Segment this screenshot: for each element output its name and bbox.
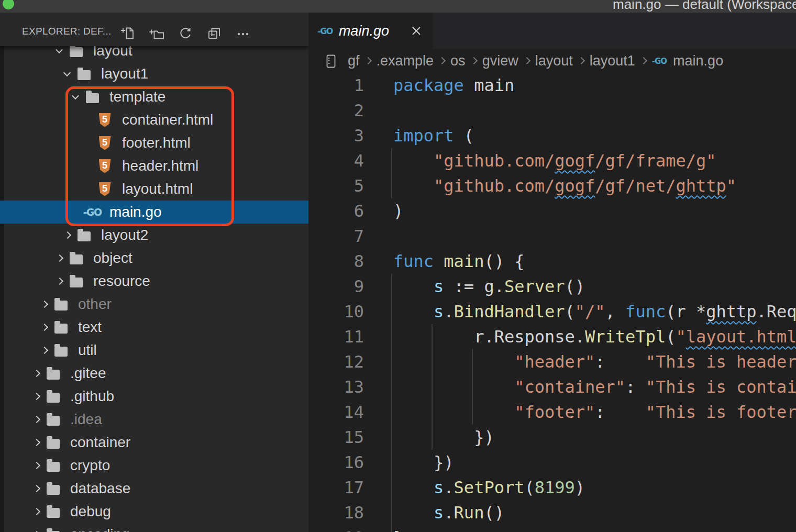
line-number: 10 xyxy=(308,299,364,324)
chevron-right-icon[interactable] xyxy=(32,391,41,402)
breadcrumb-item-gview[interactable]: gview xyxy=(482,53,518,69)
tree-item-encoding[interactable]: encoding xyxy=(0,523,308,532)
chevron-right-icon[interactable] xyxy=(63,230,72,240)
code-line-text[interactable]: s.Run() xyxy=(393,500,504,525)
tree-item-.idea[interactable]: .idea xyxy=(0,408,308,431)
tree-item-container[interactable]: container xyxy=(0,431,308,454)
code-line-text[interactable]: "github.com/gogf/gf/net/ghttp" xyxy=(393,173,736,198)
breadcrumb-item-os[interactable]: os xyxy=(450,53,466,69)
breadcrumb-item-layout[interactable]: layout xyxy=(535,53,573,69)
tree-item-footer.html[interactable]: 5footer.html xyxy=(0,131,308,154)
code-line-text[interactable]: import ( xyxy=(393,123,474,148)
traffic-light-green[interactable] xyxy=(3,0,14,9)
tree-item-label: util xyxy=(78,342,97,359)
code-line-4: 4"github.com/gogf/gf/frame/g" xyxy=(308,148,796,173)
tree-item-layout2[interactable]: layout2 xyxy=(0,224,308,247)
tree-item-label: object xyxy=(93,250,132,267)
chevron-right-icon[interactable] xyxy=(32,414,41,425)
tree-item-crypto[interactable]: crypto xyxy=(0,454,308,477)
chevron-right-icon[interactable] xyxy=(32,506,41,517)
tree-item-label: footer.html xyxy=(122,135,191,151)
tree-item-label: debug xyxy=(70,503,111,520)
line-number: 6 xyxy=(308,198,364,224)
code-line-2: 2 xyxy=(308,98,796,123)
code-line-text[interactable]: s.BindHandler("/", func(r *ghttp.Request… xyxy=(393,299,796,324)
folder-icon xyxy=(77,66,91,82)
chevron-right-icon[interactable] xyxy=(32,368,41,379)
chevron-down-icon[interactable] xyxy=(56,46,64,56)
code-line-text[interactable]: s.SetPort(8199) xyxy=(393,475,585,500)
tree-item-util[interactable]: util xyxy=(0,339,308,362)
tree-item-.github[interactable]: .github xyxy=(0,385,308,408)
new-file-icon[interactable] xyxy=(120,26,135,41)
chevron-right-icon[interactable] xyxy=(32,437,41,448)
breadcrumb-item-gf[interactable]: gf xyxy=(348,53,360,69)
code-line-text[interactable]: s := g.Server() xyxy=(393,274,585,299)
chevron-right-icon[interactable] xyxy=(56,276,64,286)
explorer-title: EXPLORER: DEF... xyxy=(22,26,112,37)
tab-label: main.go xyxy=(339,23,389,39)
code-line-text[interactable]: }) xyxy=(393,450,454,475)
code-line-5: 5"github.com/gogf/gf/net/ghttp" xyxy=(308,173,796,198)
chevron-right-icon xyxy=(573,56,590,66)
tree-item-label: .gitee xyxy=(70,365,106,382)
line-number: 13 xyxy=(308,374,364,400)
collapse-folders-icon[interactable] xyxy=(207,26,222,41)
tree-item-database[interactable]: database xyxy=(0,477,308,500)
tree-item-label: resource xyxy=(93,273,150,290)
tree-item-.gitee[interactable]: .gitee xyxy=(0,362,308,385)
code-line-text[interactable]: "footer": "This is footer", xyxy=(393,400,796,425)
tree-item-label: layout1 xyxy=(101,65,148,82)
breadcrumb-item-main.go[interactable]: main.go xyxy=(673,53,723,69)
chevron-right-icon[interactable] xyxy=(32,483,41,494)
code-line-text[interactable]: "container": "This is container", xyxy=(393,374,796,400)
code-line-text[interactable]: func main() { xyxy=(393,249,524,274)
chevron-right-icon xyxy=(466,56,482,66)
tree-item-debug[interactable]: debug xyxy=(0,500,308,523)
tree-item-template[interactable]: template xyxy=(0,85,308,108)
code-line-1: 1package main xyxy=(308,73,796,98)
chevron-down-icon[interactable] xyxy=(72,92,80,102)
folder-icon xyxy=(46,365,60,381)
chevron-right-icon[interactable] xyxy=(56,253,64,263)
tree-item-main.go[interactable]: -GOmain.go xyxy=(0,201,308,224)
tree-item-object[interactable]: object xyxy=(0,247,308,270)
tree-item-layout.html[interactable]: 5layout.html xyxy=(0,178,308,201)
chevron-down-icon[interactable] xyxy=(63,69,72,79)
tree-item-layout1[interactable]: layout1 xyxy=(0,62,308,85)
chevron-right-icon[interactable] xyxy=(40,322,49,332)
code-line-text[interactable]: "github.com/gogf/gf/frame/g" xyxy=(393,148,716,173)
breadcrumb-item-layout1[interactable]: layout1 xyxy=(590,53,635,69)
code-line-12: 12"header": "This is header", xyxy=(308,349,796,374)
code-line-13: 13"container": "This is container", xyxy=(308,374,796,400)
line-number: 8 xyxy=(308,249,364,274)
html5-file-icon: 5 xyxy=(98,135,112,151)
tree-item-container.html[interactable]: 5container.html xyxy=(0,108,308,131)
code-line-text[interactable]: package main xyxy=(393,73,514,98)
tree-item-header.html[interactable]: 5header.html xyxy=(0,154,308,178)
chevron-right-icon[interactable] xyxy=(40,299,49,309)
line-number: 19 xyxy=(308,525,364,532)
code-line-text[interactable]: } xyxy=(393,525,403,532)
chevron-right-icon[interactable] xyxy=(40,345,49,356)
code-line-text[interactable]: ) xyxy=(393,198,403,224)
tree-item-resource[interactable]: resource xyxy=(0,270,308,293)
code-line-text[interactable]: }) xyxy=(393,425,494,450)
chevron-right-icon[interactable] xyxy=(32,460,41,471)
code-line-text[interactable]: r.Response.WriteTpl("layout.html", g.Map… xyxy=(393,324,796,349)
tree-item-text[interactable]: text xyxy=(0,316,308,339)
chevron-right-icon[interactable] xyxy=(32,529,41,532)
explorer-header: EXPLORER: DEF... xyxy=(0,13,308,46)
tree-item-label: encoding xyxy=(70,526,130,532)
more-actions-icon[interactable] xyxy=(236,26,250,41)
tree-item-other[interactable]: other xyxy=(0,293,308,316)
line-number: 4 xyxy=(308,148,364,173)
new-folder-icon[interactable] xyxy=(149,26,164,41)
tab-main-go[interactable]: -GO main.go xyxy=(308,13,433,49)
tree-item-label: layout.html xyxy=(122,181,193,197)
tab-close-icon[interactable] xyxy=(410,24,423,38)
breadcrumb-item-.example[interactable]: .example xyxy=(377,53,434,69)
file-tree: layoutlayout1template5container.html5foo… xyxy=(0,13,308,532)
code-line-text[interactable]: "header": "This is header", xyxy=(393,349,796,374)
refresh-explorer-icon[interactable] xyxy=(178,26,193,41)
